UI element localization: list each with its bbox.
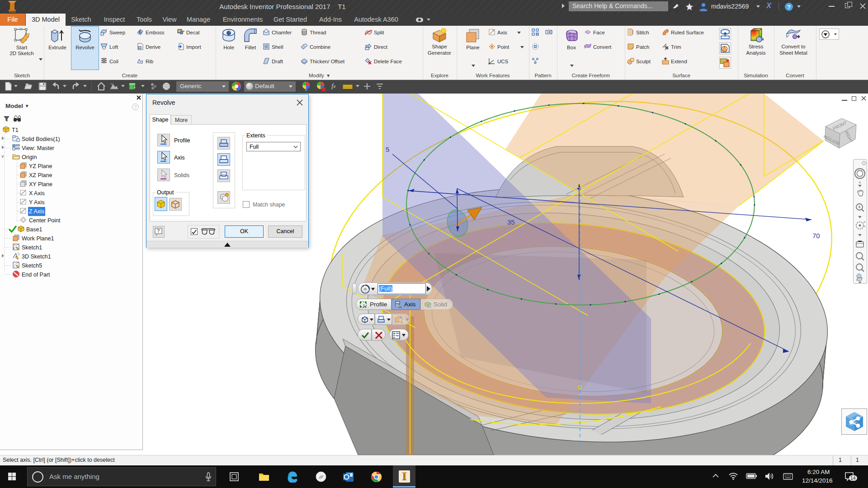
svg-text:35: 35 [507, 218, 515, 226]
svg-text:?: ? [157, 228, 160, 234]
svg-text:5: 5 [386, 145, 389, 153]
svg-text:70: 70 [812, 232, 820, 239]
svg-text:?: ? [787, 4, 791, 10]
svg-text:PRO: PRO [9, 10, 16, 13]
